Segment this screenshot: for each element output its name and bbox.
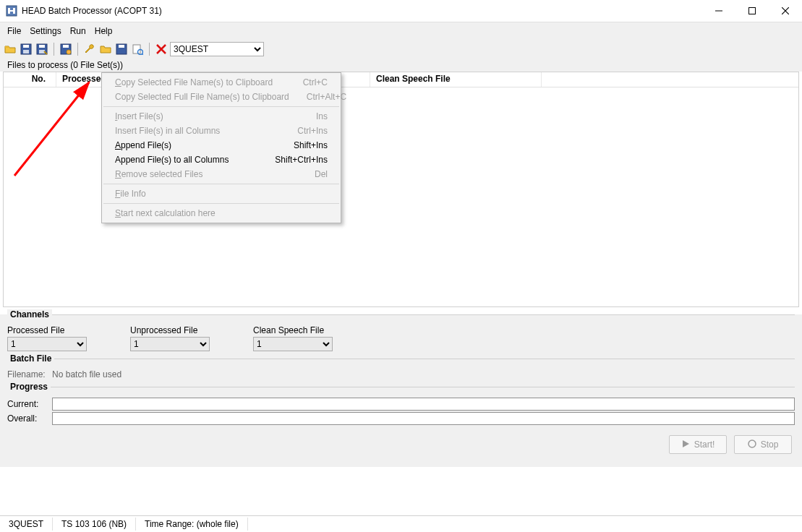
channels-processed-label: Processed File — [7, 325, 87, 335]
channels-clean-label: Clean Speech File — [253, 325, 333, 335]
svg-rect-7 — [23, 50, 29, 53]
channels-processed-select[interactable]: 1 — [7, 337, 87, 351]
mode-dropdown[interactable]: 3QUEST — [170, 42, 264, 56]
svg-point-13 — [67, 50, 71, 54]
play-icon — [681, 439, 690, 450]
svg-rect-15 — [119, 45, 124, 48]
app-icon — [6, 5, 17, 17]
cm-insert[interactable]: Insert File(s) Ins — [102, 109, 341, 124]
start-button[interactable]: Start! — [669, 435, 727, 454]
maximize-button[interactable] — [735, 0, 769, 22]
context-menu: Copy Selected File Name(s) to Clipboard … — [101, 72, 341, 223]
channels-group: Channels Processed File 1 Unprocessed Fi… — [7, 314, 795, 351]
channels-unprocessed-select[interactable]: 1 — [130, 337, 210, 351]
close-button[interactable] — [769, 0, 802, 22]
svg-rect-9 — [39, 45, 45, 48]
toolbar-separator — [54, 43, 54, 56]
statusbar: 3QUEST TS 103 106 (NB) Time Range: (whol… — [0, 515, 802, 532]
col-no[interactable]: No. — [4, 72, 56, 87]
progress-group: Progress Current: Overall: — [7, 387, 795, 425]
save2-icon[interactable] — [114, 42, 129, 56]
progress-current-label: Current: — [7, 399, 43, 409]
channels-unprocessed-label: Unprocessed File — [130, 325, 210, 335]
cm-insert-all[interactable]: Insert File(s) in all Columns Ctrl+Ins — [102, 124, 341, 138]
wrench-icon[interactable] — [82, 42, 97, 56]
batchfile-group: Batch File Filename: No batch file used — [7, 359, 795, 379]
batchfile-filename-label: Filename: — [7, 369, 46, 379]
titlebar: HEAD Batch Processor (ACOPT 31) — [0, 0, 802, 22]
stop-icon — [748, 439, 756, 450]
minimize-button[interactable] — [702, 0, 735, 22]
status-cell-2: TS 103 106 (NB) — [53, 518, 136, 531]
preview-icon[interactable] — [130, 42, 145, 56]
window-title: HEAD Batch Processor (ACOPT 31) — [22, 6, 162, 16]
status-cell-1: 3QUEST — [0, 518, 53, 531]
open-folder2-icon[interactable] — [98, 42, 113, 56]
progress-legend: Progress — [7, 382, 51, 392]
svg-rect-16 — [133, 45, 140, 53]
save-as-icon[interactable] — [35, 42, 49, 56]
progress-current-bar — [52, 398, 795, 411]
cm-fileinfo[interactable]: File Info — [102, 186, 341, 201]
progress-overall-bar — [52, 412, 795, 425]
open-folder-icon[interactable] — [3, 42, 17, 56]
progress-overall-label: Overall: — [7, 413, 43, 424]
svg-rect-4 — [749, 8, 756, 14]
files-to-process-label: Files to process (0 File Set(s)) — [0, 59, 802, 72]
channels-legend: Channels — [7, 309, 52, 319]
cm-startnext[interactable]: Start next calculation here — [102, 206, 341, 220]
toolbar-separator — [77, 43, 78, 56]
menu-file[interactable]: File — [3, 25, 25, 37]
svg-rect-6 — [23, 45, 29, 48]
toolbar-separator — [149, 43, 150, 56]
menu-run[interactable]: Run — [66, 25, 90, 37]
batchfile-legend: Batch File — [7, 353, 54, 364]
menubar: File Settings Run Help — [0, 22, 802, 40]
channels-clean-select[interactable]: 1 — [253, 337, 333, 351]
toolbar: 3QUEST — [0, 40, 802, 59]
svg-point-19 — [748, 440, 756, 447]
cm-copy-names[interactable]: Copy Selected File Name(s) to Clipboard … — [102, 75, 341, 90]
cm-copy-full[interactable]: Copy Selected Full File Name(s) to Clipb… — [102, 90, 341, 104]
cancel-icon[interactable] — [154, 42, 168, 56]
cm-remove[interactable]: Remove selected Files Del — [102, 167, 341, 181]
menu-help[interactable]: Help — [90, 25, 117, 37]
svg-rect-3 — [8, 10, 15, 12]
stop-button[interactable]: Stop — [734, 435, 792, 454]
cm-append[interactable]: Append File(s) Shift+Ins — [102, 138, 341, 153]
save-icon[interactable] — [19, 42, 33, 56]
col-clean[interactable]: Clean Speech File — [370, 72, 542, 87]
status-cell-3: Time Range: (whole file) — [136, 518, 248, 531]
save-settings-icon[interactable] — [59, 42, 73, 56]
svg-rect-12 — [63, 45, 69, 48]
cm-append-all[interactable]: Append File(s) to all Columns Shift+Ctrl… — [102, 153, 341, 167]
batchfile-filename-value: No batch file used — [52, 369, 121, 379]
menu-settings[interactable]: Settings — [25, 25, 65, 37]
